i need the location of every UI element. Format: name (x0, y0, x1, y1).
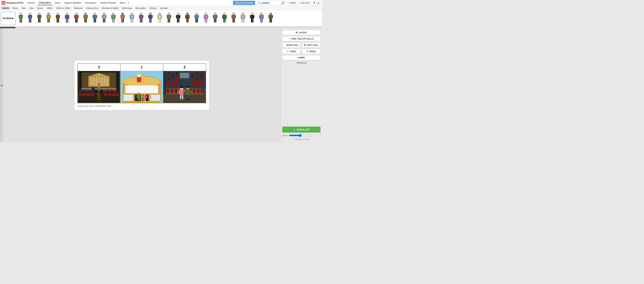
tab-1900s[interactable]: 1900s (45, 6, 54, 10)
logo[interactable]: SbT StoryboardThat (2, 1, 23, 5)
svg-rect-17 (40, 15, 41, 18)
upload-embed-button[interactable]: Upload & Embed (233, 1, 255, 5)
left-scroll-arrow[interactable]: ◀ (0, 28, 3, 142)
tab-jobs[interactable]: Jobs (28, 6, 35, 10)
character-5[interactable] (53, 11, 62, 26)
character-4[interactable] (44, 11, 53, 26)
search-input[interactable] (262, 1, 281, 4)
character-13[interactable] (127, 11, 136, 26)
svg-rect-68 (120, 15, 122, 18)
help-button[interactable]: ? HELP (287, 1, 298, 5)
tab-classical-era[interactable]: Classical Era (84, 6, 100, 10)
svg-rect-315 (171, 89, 174, 93)
character-27[interactable] (257, 11, 266, 26)
character-9[interactable] (90, 11, 100, 26)
nav-speech-bubbles[interactable]: Speech Bubbles (63, 1, 82, 5)
canvas-area[interactable]: 3 (3, 28, 280, 142)
tab-mythology[interactable]: Mythology (121, 6, 134, 10)
tab-animals[interactable]: Animals (158, 6, 169, 10)
svg-rect-231 (138, 73, 139, 75)
copy-cell-button[interactable]: ⧉ COPY CELL (302, 42, 320, 48)
tab-monsters-myths[interactable]: Monsters & Myths (100, 6, 120, 10)
character-25[interactable] (238, 11, 248, 26)
nav-scenes[interactable]: Scenes (26, 1, 36, 5)
cell-3-canvas[interactable] (78, 71, 120, 103)
tab-sports[interactable]: Sports (36, 6, 45, 10)
svg-rect-69 (124, 15, 125, 18)
nav-more[interactable]: More... ▾ (118, 1, 130, 5)
svg-point-43 (84, 13, 87, 15)
tab-1600s-1800s[interactable]: 1600s to 1800s (54, 6, 72, 10)
zoom-fit-icon[interactable]: ⤢ (315, 134, 317, 137)
admin-button[interactable]: ADMIN (282, 55, 320, 60)
character-19[interactable] (183, 11, 192, 26)
character-1[interactable] (16, 11, 26, 26)
svg-point-61 (112, 13, 114, 15)
tab-teens[interactable]: Teens (11, 6, 20, 10)
cell-1[interactable]: 1 (120, 64, 163, 103)
character-15[interactable] (146, 11, 155, 26)
svg-point-301 (175, 75, 179, 78)
character-3[interactable] (35, 11, 44, 26)
tab-silhouettes[interactable]: Silhouettes (134, 6, 147, 10)
right-panel: ⊞ LAYOUT + ADD / DELETE CELLS ↑ MOVE CEL… (280, 28, 322, 142)
privacy-terms[interactable]: © Privacy & Terms (282, 138, 320, 140)
character-11[interactable] (109, 11, 118, 26)
character-26[interactable] (248, 11, 257, 26)
tab-kids[interactable]: Kids (20, 6, 27, 10)
cell-3[interactable]: 3 (78, 64, 120, 103)
tab-adults[interactable]: Adults (1, 6, 10, 10)
cell-2[interactable]: 2 (163, 64, 206, 103)
character-8[interactable] (81, 11, 90, 26)
mic-icon[interactable]: 🎤 (282, 1, 284, 4)
undo-button[interactable]: ↩ UNDO (282, 49, 301, 54)
tab-medieval[interactable]: Medieval (72, 6, 84, 10)
svg-point-331 (186, 86, 190, 88)
nav-items[interactable]: Items (53, 1, 62, 5)
save-icon: 💾 (293, 128, 296, 131)
nav-characters[interactable]: Characters (37, 0, 52, 5)
character-18[interactable] (174, 11, 183, 26)
add-delete-cells-button[interactable]: + ADD / DELETE CELLS (282, 36, 320, 41)
character-14[interactable] (136, 11, 146, 26)
zoom-fullscreen-icon[interactable]: ⛶ (318, 134, 320, 137)
character-24[interactable] (229, 11, 238, 26)
zoom-slider[interactable] (289, 134, 314, 137)
svg-rect-157 (268, 15, 270, 18)
nav-search-results[interactable]: Search Results (99, 1, 118, 5)
character-2[interactable] (26, 11, 35, 26)
expand-button[interactable]: ▲ (316, 1, 320, 5)
cell-1-canvas[interactable] (120, 71, 163, 103)
tab-stickies[interactable]: Stickies (148, 6, 158, 10)
svg-rect-19 (40, 19, 40, 22)
svg-rect-84 (149, 15, 152, 19)
character-20[interactable] (192, 11, 201, 26)
collapse-button[interactable]: ▼ (312, 1, 316, 5)
character-10[interactable] (100, 11, 109, 26)
svg-rect-216 (98, 87, 100, 90)
svg-point-304 (200, 75, 203, 78)
svg-rect-107 (186, 15, 189, 19)
character-7[interactable] (72, 11, 81, 26)
svg-rect-78 (140, 15, 142, 19)
character-21[interactable] (201, 11, 210, 26)
character-6[interactable] (62, 11, 72, 26)
filters-button[interactable]: FILTERS ▶ (1, 12, 16, 25)
character-23[interactable] (220, 11, 229, 26)
character-22[interactable] (210, 11, 220, 26)
nav-animations[interactable]: Animations (84, 1, 98, 5)
character-28[interactable] (266, 11, 275, 26)
move-cell-button[interactable]: ↑ MOVE CELL (282, 42, 301, 48)
character-12[interactable] (118, 11, 127, 26)
redo-button[interactable]: ↻ REDO (302, 49, 320, 54)
layout-button[interactable]: ⊞ LAYOUT (282, 30, 320, 35)
logout-button[interactable]: LOG OUT (298, 1, 312, 5)
advanced-link[interactable]: Advanced (282, 61, 320, 64)
save-exit-button[interactable]: 💾 SAVE & EXIT (282, 127, 320, 133)
character-17[interactable] (164, 11, 174, 26)
svg-rect-152 (259, 15, 260, 18)
svg-rect-130 (222, 15, 223, 18)
character-16[interactable] (155, 11, 164, 26)
svg-rect-290 (191, 83, 195, 85)
cell-2-canvas[interactable] (163, 71, 206, 103)
